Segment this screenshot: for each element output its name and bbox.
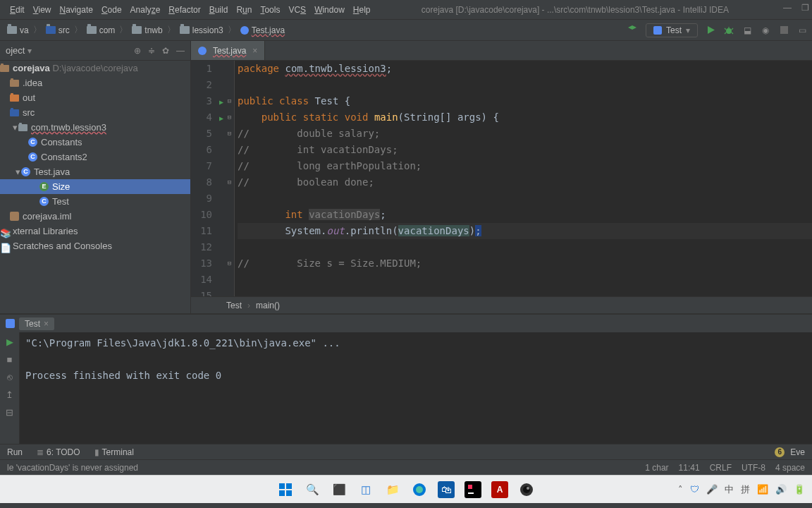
run-config-selector[interactable]: Test ▾	[646, 23, 698, 37]
layout-button[interactable]: ▭	[796, 25, 808, 36]
crumb-class[interactable]: Test	[226, 301, 242, 310]
tree-item-selected[interactable]: ESize	[0, 179, 190, 194]
close-icon[interactable]: ×	[44, 319, 49, 329]
collapse-icon[interactable]: ≑	[148, 46, 155, 56]
tree-item[interactable]: CConstants2	[0, 150, 190, 164]
status-message: le 'vacationDays' is never assigned	[7, 463, 138, 473]
profile-button[interactable]: ◉	[760, 25, 771, 36]
hide-icon[interactable]: —	[176, 46, 185, 56]
edge-icon[interactable]	[411, 481, 428, 498]
svg-rect-11	[468, 485, 472, 489]
status-chars: 1 char	[645, 463, 668, 473]
rerun-icon[interactable]: ▶	[6, 337, 13, 347]
explorer-icon[interactable]: 📁	[384, 481, 401, 498]
breadcrumb-item[interactable]: src	[43, 25, 73, 35]
breadcrumb-item[interactable]: va	[4, 25, 32, 35]
bottom-tool-tabs: Run ≣6: TODO ▮Terminal 6Eve	[0, 444, 812, 459]
code-editor[interactable]: 1234 5678 9101112 131415 ▶ ▶ ⊟⊟⊟⊟ ⊟ pack…	[191, 61, 812, 296]
crumb-method[interactable]: main()	[256, 301, 280, 310]
breadcrumb-item[interactable]: lession3	[177, 25, 226, 35]
obs-icon[interactable]	[518, 481, 535, 498]
tree-item[interactable]: .idea	[0, 75, 190, 90]
tray-battery-icon[interactable]: 🔋	[794, 484, 805, 495]
breadcrumb-item[interactable]: tnwb	[129, 25, 165, 35]
run-tab-button[interactable]: Run	[0, 447, 30, 457]
status-line-ending[interactable]: CRLF	[710, 463, 732, 473]
widgets-icon[interactable]: ◫	[357, 481, 374, 498]
menu-refactor[interactable]: Refactor	[164, 5, 204, 15]
pdf-icon[interactable]: A	[491, 481, 508, 498]
minimize-icon[interactable]: —	[783, 3, 792, 13]
taskview-icon[interactable]: ⬛	[331, 481, 347, 498]
tree-item[interactable]: ▾com.tnwb.lession3	[0, 120, 190, 135]
breadcrumb-item[interactable]: Test.java	[238, 25, 288, 35]
tree-item[interactable]: corejava.iml	[0, 209, 190, 224]
tree-item[interactable]: ▾CTest.java	[0, 164, 190, 179]
editor-breadcrumb: Test › main()	[191, 296, 812, 313]
menu-build[interactable]: Build	[205, 5, 233, 15]
stop-icon[interactable]: ■	[7, 354, 13, 365]
event-log-button[interactable]: 6Eve	[768, 447, 812, 457]
tree-external-libraries[interactable]: 📚xternal Libraries	[0, 224, 190, 238]
status-caret[interactable]: 11:41	[679, 463, 700, 473]
status-encoding[interactable]: UTF-8	[742, 463, 765, 473]
stop-button[interactable]	[778, 25, 789, 36]
tray-security-icon[interactable]: 🛡	[690, 484, 699, 495]
run-tab[interactable]: Test ×	[19, 318, 54, 330]
run-gutter-icon[interactable]: ▶	[219, 110, 223, 126]
menu-navigate[interactable]: Navigate	[56, 5, 97, 15]
tree-item[interactable]: out	[0, 90, 190, 105]
maximize-icon[interactable]: ❐	[801, 3, 809, 13]
svg-rect-4	[279, 483, 285, 489]
windows-taskbar: 🔍 ⬛ ◫ 📁 🛍 A ˄ 🛡 🎤 中 拼 📶 🔊 🔋	[0, 475, 812, 503]
tree-item[interactable]: CConstants	[0, 135, 190, 150]
build-icon[interactable]	[627, 25, 639, 36]
exit-icon[interactable]: ⎋	[7, 372, 13, 382]
up-icon[interactable]: ↥	[6, 389, 13, 400]
sidebar-title[interactable]: oject	[6, 45, 25, 56]
scroll-from-source-icon[interactable]: ⊕	[134, 46, 141, 56]
tree-scratches[interactable]: 📄Scratches and Consoles	[0, 238, 190, 253]
run-gutter-icon[interactable]: ▶	[219, 94, 223, 110]
close-tab-icon[interactable]: ×	[252, 46, 257, 56]
console-output[interactable]: "C:\Program Files\Java\jdk1.8.0_221\bin\…	[20, 332, 812, 444]
svg-point-1	[726, 28, 732, 34]
svg-rect-5	[286, 483, 292, 489]
status-indent[interactable]: 4 space	[775, 463, 805, 473]
tree-item[interactable]: src	[0, 105, 190, 120]
project-sidebar: oject ▾ ⊕ ≑ ✿ — corejava D:\javacode\cor…	[0, 41, 191, 313]
terminal-tab-button[interactable]: ▮Terminal	[87, 447, 141, 457]
menu-tools[interactable]: Tools	[256, 5, 284, 15]
menu-help[interactable]: Help	[349, 5, 375, 15]
todo-tab-button[interactable]: ≣6: TODO	[30, 447, 87, 457]
editor-tab[interactable]: Test.java ×	[191, 41, 265, 60]
tray-ime-icon[interactable]: 中	[725, 483, 734, 496]
menu-view[interactable]: View	[29, 5, 56, 15]
menu-window[interactable]: Window	[310, 5, 349, 15]
tray-chevron-icon[interactable]: ˄	[678, 484, 683, 495]
debug-button[interactable]	[723, 25, 734, 36]
svg-point-15	[527, 487, 529, 490]
start-icon[interactable]	[277, 481, 294, 498]
tray-wifi-icon[interactable]: 📶	[757, 484, 768, 495]
tree-item[interactable]: CTest	[0, 194, 190, 209]
tray-volume-icon[interactable]: 🔊	[775, 484, 787, 495]
breadcrumb-item[interactable]: com	[84, 25, 118, 35]
coverage-button[interactable]: ⬓	[742, 25, 753, 36]
editor: Test.java × 1234 5678 9101112 131415 ▶ ▶…	[191, 41, 812, 313]
menu-file[interactable]: Edit	[6, 5, 29, 15]
tray-mic-icon[interactable]: 🎤	[706, 484, 718, 495]
run-button[interactable]	[705, 25, 716, 36]
layout-icon[interactable]: ⊟	[6, 407, 13, 418]
intellij-icon[interactable]	[465, 481, 481, 498]
menu-vcs[interactable]: VCS	[284, 5, 310, 15]
tray-ime2-icon[interactable]: 拼	[741, 483, 750, 496]
menubar: Edit View Navigate Code Analyze Refactor…	[0, 0, 812, 20]
store-icon[interactable]: 🛍	[438, 481, 455, 498]
tree-project-root[interactable]: corejava D:\javacode\corejava	[0, 61, 190, 75]
search-icon[interactable]: 🔍	[304, 481, 321, 498]
settings-icon[interactable]: ✿	[162, 46, 169, 56]
menu-analyze[interactable]: Analyze	[126, 5, 165, 15]
menu-run[interactable]: Run	[232, 5, 256, 15]
menu-code[interactable]: Code	[97, 5, 126, 15]
